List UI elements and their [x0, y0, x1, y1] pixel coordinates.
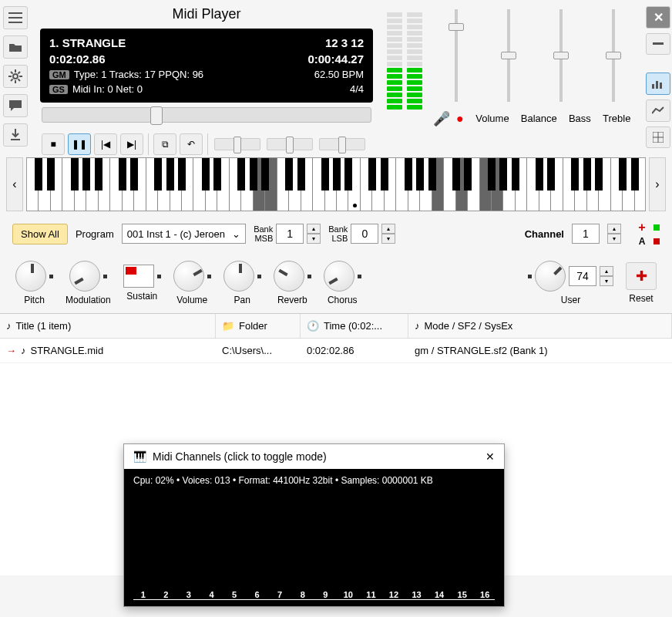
pan-knob[interactable]: [223, 261, 254, 292]
reset-button[interactable]: ✚: [626, 262, 657, 290]
bank-msb-down[interactable]: ▾: [307, 234, 321, 244]
track-counts: 12 3 12: [325, 36, 364, 49]
volume-knob-label: Volume: [176, 295, 207, 305]
undo-button[interactable]: ↶: [180, 133, 203, 155]
svg-line-8: [11, 72, 13, 74]
bank-msb-input[interactable]: [276, 224, 304, 244]
open-folder-button[interactable]: [3, 35, 28, 59]
bank-msb-label: Bank MSB: [254, 224, 273, 243]
mic-icon[interactable]: 🎤: [433, 110, 450, 127]
bank-msb-up[interactable]: ▴: [307, 224, 321, 234]
channel-up[interactable]: ▴: [607, 224, 621, 234]
close-button[interactable]: ✕: [646, 6, 670, 29]
user-down[interactable]: ▾: [600, 276, 613, 286]
view-chart-button[interactable]: [646, 72, 670, 95]
playlist-row[interactable]: →♪STRANGLE.mid C:\Users\... 0:02:02.86 g…: [0, 339, 672, 363]
download-button[interactable]: [3, 123, 28, 147]
menu-button[interactable]: [3, 6, 28, 29]
vu-right: [407, 9, 422, 110]
track-title: 1. STRANGLE: [49, 36, 126, 49]
program-label: Program: [76, 228, 114, 240]
channels-chart[interactable]: 12345678910111213141516: [133, 492, 495, 600]
chorus-knob[interactable]: [324, 261, 354, 292]
view-graph-button[interactable]: [646, 99, 670, 122]
lcd-display: 1. STRANGLE 12 3 12 0:02:02.86 0:00:44.2…: [40, 29, 373, 103]
reverb-label: Reverb: [277, 295, 307, 305]
minimize-button[interactable]: [646, 33, 670, 56]
bank-lsb-input[interactable]: [351, 224, 378, 244]
net-info: Midi In: 0 Net: 0: [72, 83, 143, 95]
progress-slider[interactable]: [42, 107, 371, 123]
balance-label: Balance: [521, 113, 557, 124]
music-note-icon: ♪: [21, 345, 26, 356]
app-title: Midi Player: [40, 3, 373, 25]
svg-line-11: [18, 72, 21, 74]
piano-scroll-left[interactable]: ‹: [6, 157, 23, 211]
time-remaining: 0:00:44.27: [307, 52, 364, 66]
pitch-label: Pitch: [24, 295, 45, 305]
left-toolbar: [0, 0, 32, 154]
channel-input[interactable]: [572, 224, 600, 244]
treble-slider[interactable]: [598, 9, 629, 102]
channel-label: Channel: [525, 228, 564, 240]
view-grid-button[interactable]: [646, 126, 670, 149]
col-time[interactable]: Time (0:02:...: [324, 320, 382, 332]
svg-rect-1: [8, 17, 22, 19]
modulation-knob[interactable]: [69, 261, 100, 292]
col-title[interactable]: Title (1 item): [16, 320, 72, 332]
show-all-button[interactable]: Show All: [12, 224, 68, 244]
sustain-toggle[interactable]: [123, 265, 154, 288]
svg-rect-12: [652, 84, 654, 89]
vu-left: [387, 9, 402, 110]
user-value-input[interactable]: [569, 266, 596, 286]
volume-slider[interactable]: [441, 9, 472, 102]
pause-button[interactable]: ❚❚: [68, 133, 91, 155]
bank-lsb-down[interactable]: ▾: [381, 234, 395, 244]
user-label: User: [561, 295, 580, 305]
midi-channels-popup: 🎹Midi Channels (click to toggle mode) ✕ …: [123, 443, 505, 607]
volume-mini-slider[interactable]: [319, 138, 365, 150]
music-note-icon: ♪: [415, 320, 420, 332]
chevron-down-icon: ⌄: [232, 228, 240, 240]
gm-badge: GM: [49, 70, 69, 79]
popup-close-button[interactable]: ✕: [486, 450, 495, 463]
balance-slider[interactable]: [493, 9, 524, 102]
record-icon[interactable]: ●: [456, 112, 464, 126]
svg-rect-13: [656, 81, 658, 89]
a-label: A: [635, 236, 649, 247]
playing-arrow-icon: →: [6, 345, 16, 356]
reverb-knob[interactable]: [274, 261, 304, 292]
chorus-label: Chorus: [328, 295, 358, 305]
settings-button[interactable]: [3, 65, 28, 88]
status-green-icon: [654, 224, 660, 231]
clock-icon: 🕐: [307, 320, 319, 332]
user-up[interactable]: ▴: [600, 266, 613, 276]
user-knob[interactable]: [535, 261, 566, 292]
program-select[interactable]: 001 Inst 1 - (c) Jeroen ⌄: [122, 224, 246, 244]
col-mode[interactable]: Mode / SF2 / SysEx: [425, 320, 513, 332]
piano-scroll-right[interactable]: ›: [649, 157, 666, 211]
prev-button[interactable]: |◀: [94, 133, 117, 155]
vu-meters: [384, 6, 430, 148]
repeat-button[interactable]: ⧉: [153, 133, 176, 155]
bass-slider[interactable]: [546, 9, 576, 102]
volume-knob[interactable]: [173, 261, 204, 292]
bank-lsb-label: Bank LSB: [328, 224, 348, 243]
add-button[interactable]: +: [635, 221, 649, 234]
comment-button[interactable]: [3, 94, 28, 117]
svg-rect-14: [660, 83, 662, 89]
piano-keyboard[interactable]: [26, 157, 646, 211]
pitch-slider[interactable]: [267, 138, 313, 150]
pitch-knob[interactable]: [15, 261, 46, 292]
pan-label: Pan: [234, 295, 250, 305]
channel-down[interactable]: ▾: [607, 234, 621, 244]
next-button[interactable]: ▶|: [120, 133, 143, 155]
bank-lsb-up[interactable]: ▴: [381, 224, 395, 234]
stop-button[interactable]: ■: [42, 133, 65, 155]
tempo-slider[interactable]: [214, 138, 260, 150]
col-folder[interactable]: Folder: [239, 320, 267, 332]
window-controls: ✕: [643, 0, 672, 154]
type-info: Type: 1 Tracks: 17 PPQN: 96: [74, 69, 203, 80]
bpm-display: 62.50 BPM: [314, 69, 364, 80]
svg-point-3: [13, 74, 18, 79]
